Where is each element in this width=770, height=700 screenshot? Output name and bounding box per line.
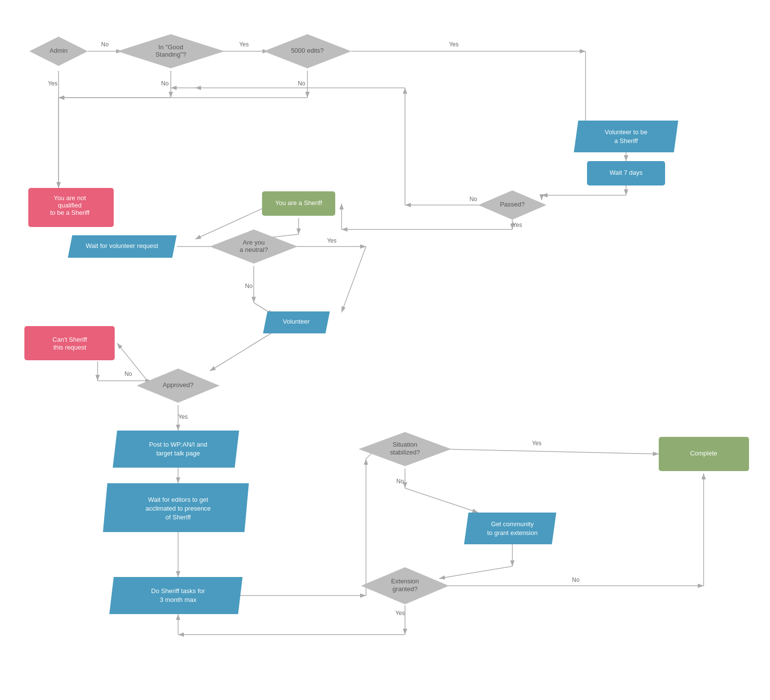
good-standing-label: In "Good [159, 43, 183, 51]
volunteer-sheriff-para[interactable] [574, 121, 678, 152]
post-wp-label2: target talk page [156, 450, 200, 457]
passed-label: Passed? [500, 201, 525, 208]
extension-label: Extension [391, 577, 419, 585]
good-standing-no-label: No [161, 80, 169, 87]
get-community-para[interactable] [464, 513, 556, 544]
not-qualified-label2: qualified [58, 202, 81, 209]
extension-no-label: No [572, 576, 580, 583]
neutral-label2: a neutral? [240, 246, 268, 253]
volunteer-sheriff-label2: a Sheriff [614, 137, 638, 144]
situation-label: Situation [393, 441, 418, 448]
passed-no-label: No [469, 196, 477, 203]
not-qualified-label: You are not [54, 194, 86, 202]
cant-sheriff-label: Can't Sheriff [53, 336, 87, 343]
admin-label: Admin [50, 47, 68, 54]
volunteer-sheriff-label: Volunteer to be [605, 128, 647, 136]
get-community-label2: to grant extension [487, 529, 537, 536]
you-are-sheriff-label: You are a Sheriff [275, 199, 323, 206]
svg-line-28 [342, 247, 366, 312]
edits-yes-label: Yes [449, 41, 459, 48]
admin-no-label: No [101, 41, 109, 48]
volunteer-label2: Volunteer [283, 318, 310, 325]
complete-label: Complete [690, 450, 717, 457]
admin-yes-label: Yes [48, 80, 58, 87]
svg-line-41 [444, 449, 659, 454]
passed-yes-label: Yes [512, 222, 522, 228]
good-standing-yes-label: Yes [239, 41, 249, 48]
good-standing-label2: Standing"? [155, 51, 186, 58]
wait-editors-label3: of Sheriff [165, 514, 191, 521]
extension-label2: granted? [392, 585, 417, 593]
edits-label: 5000 edits? [291, 47, 324, 54]
post-wp-para[interactable] [113, 431, 239, 468]
situation-label2: stabilized? [390, 449, 420, 456]
svg-line-34 [117, 343, 151, 386]
svg-line-43 [405, 488, 478, 513]
wait-volunteer-label: Wait for volunteer request [86, 242, 159, 249]
approved-label: Approved? [163, 381, 194, 389]
neutral-label: Are you [243, 239, 265, 246]
edits-no-label: No [298, 80, 305, 87]
do-tasks-label: Do Sheriff tasks for [151, 587, 205, 595]
situation-no-label: No [396, 478, 404, 485]
situation-yes-label: Yes [532, 440, 542, 447]
get-community-label: Get community [491, 520, 534, 528]
neutral-yes-label: Yes [327, 237, 337, 244]
post-wp-label: Post to WP:AN/I and [149, 441, 207, 448]
not-qualified-label3: to be a Sheriff [50, 209, 90, 216]
approved-no-label: No [124, 371, 132, 377]
do-tasks-para[interactable] [109, 577, 243, 614]
svg-line-45 [439, 566, 512, 578]
extension-yes-label: Yes [395, 610, 405, 617]
approved-yes-label: Yes [178, 413, 188, 420]
wait-editors-label2: acclimated to presence [145, 505, 211, 512]
wait-editors-label: Wait for editors to get [148, 496, 208, 503]
cant-sheriff-label2: this request [53, 344, 86, 351]
neutral-no-label: No [245, 283, 253, 289]
do-tasks-label2: 3 month max [160, 596, 197, 603]
svg-line-31 [210, 332, 273, 371]
wait7-label: Wait 7 days [609, 169, 643, 176]
